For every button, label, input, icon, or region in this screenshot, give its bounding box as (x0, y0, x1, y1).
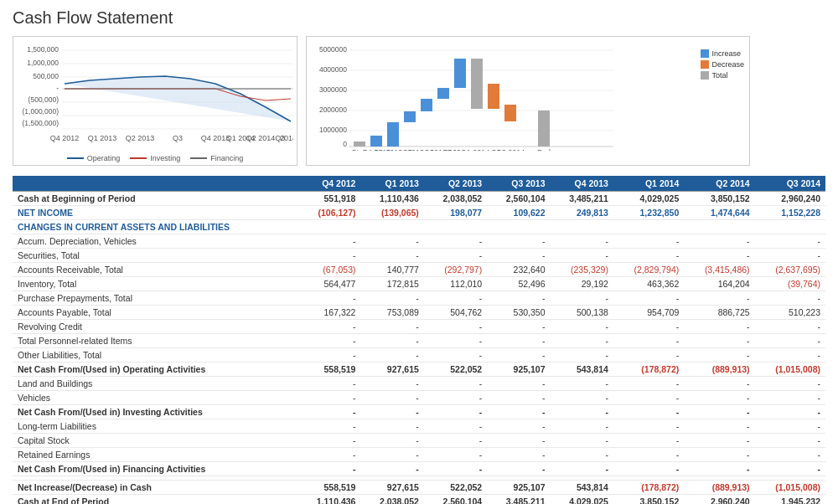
row-value: 29,192 (551, 277, 613, 291)
row-value (684, 220, 754, 234)
row-value: (67,053) (297, 263, 360, 277)
col-header-q12013: Q1 2013 (360, 176, 423, 192)
row-value: 172,815 (360, 277, 423, 291)
row-value: 232,640 (487, 263, 550, 277)
row-value: - (487, 434, 550, 448)
row-value: - (684, 462, 754, 476)
row-value: (178,872) (613, 363, 684, 377)
legend-operating: Operating (67, 154, 121, 162)
row-value: - (613, 391, 684, 405)
row-value: - (684, 391, 754, 405)
row-value: - (487, 348, 550, 363)
svg-text:500,000: 500,000 (33, 72, 59, 80)
col-header-q22013: Q2 2013 (424, 176, 487, 192)
svg-rect-38 (404, 111, 416, 122)
svg-text:4000000: 4000000 (319, 65, 347, 74)
row-value: - (424, 448, 487, 462)
row-value: - (487, 291, 550, 306)
row-value: 927,615 (360, 481, 423, 495)
row-value: - (424, 377, 487, 391)
row-value (360, 220, 423, 234)
row-label: Net Increase/(Decrease) in Cash (13, 481, 297, 495)
row-value: - (755, 249, 825, 263)
col-header-q42013: Q4 2013 (551, 176, 613, 192)
row-value: - (297, 320, 360, 334)
row-value: - (684, 320, 754, 334)
row-value: - (297, 348, 360, 363)
row-value: - (684, 405, 754, 419)
line-chart-legend: Operating Investing Financing (18, 154, 292, 162)
row-label: Retained Earnings (13, 448, 297, 462)
svg-text:2000000: 2000000 (319, 105, 347, 114)
row-value: (178,872) (613, 481, 684, 495)
row-value: - (613, 348, 684, 363)
table-row: Net Cash From/(Used in) Operating Activi… (13, 363, 825, 377)
row-label: Net Cash From/(Used in) Operating Activi… (13, 363, 297, 377)
svg-rect-36 (370, 136, 382, 147)
row-label: Accounts Payable, Total (13, 306, 297, 320)
row-value: (292,797) (424, 263, 487, 277)
line-chart: 1,500,000 1,000,000 500,000 - (500,000) … (13, 36, 297, 166)
legend-investing: Investing (130, 154, 180, 162)
row-value: - (755, 419, 825, 434)
svg-rect-40 (437, 88, 449, 99)
row-label: Total Personnel-related Items (13, 334, 297, 348)
table-row: Accounts Receivable, Total(67,053)140,77… (13, 263, 825, 277)
row-value: - (297, 391, 360, 405)
row-value: - (613, 334, 684, 348)
bar-chart: 5000000 4000000 3000000 2000000 1000000 … (306, 36, 750, 166)
svg-text:5000000: 5000000 (319, 45, 347, 54)
row-value: - (360, 462, 423, 476)
row-value: - (755, 448, 825, 462)
row-value: 249,813 (551, 206, 613, 220)
svg-rect-45 (538, 111, 550, 147)
row-value: - (424, 348, 487, 363)
row-value: - (613, 405, 684, 419)
table-row: Inventory, Total564,477172,815112,01052,… (13, 277, 825, 291)
row-value: 925,107 (487, 363, 550, 377)
table-row: NET INCOME(106,127)(139,065)198,077109,6… (13, 206, 825, 220)
row-value: - (684, 377, 754, 391)
table-body: Cash at Beginning of Period551,9181,110,… (13, 192, 825, 505)
row-value: - (360, 291, 423, 306)
row-value: - (684, 291, 754, 306)
row-value: - (613, 377, 684, 391)
row-value: - (360, 434, 423, 448)
row-value: - (424, 405, 487, 419)
row-value: - (424, 234, 487, 249)
row-value: - (424, 249, 487, 263)
table-row: Cash at Beginning of Period551,9181,110,… (13, 192, 825, 206)
row-value: - (551, 434, 613, 448)
row-value: 558,519 (297, 363, 360, 377)
bar-chart-svg: 5000000 4000000 3000000 2000000 1000000 … (312, 42, 672, 151)
row-value: 2,960,240 (684, 495, 754, 505)
row-value: - (551, 405, 613, 419)
row-value: 510,223 (755, 306, 825, 320)
row-value: - (755, 334, 825, 348)
row-label: Cash at End of Period (13, 495, 297, 505)
row-value: 1,110,436 (297, 495, 360, 505)
row-value: - (297, 462, 360, 476)
row-value: - (487, 462, 550, 476)
svg-text:(500,000): (500,000) (28, 95, 59, 104)
row-value: - (551, 334, 613, 348)
row-value: - (613, 462, 684, 476)
row-value: 167,322 (297, 306, 360, 320)
row-value: (139,065) (360, 206, 423, 220)
col-header-q22014: Q2 2014 (684, 176, 754, 192)
row-value: 3,485,211 (487, 495, 550, 505)
row-value: - (755, 234, 825, 249)
row-value: 164,204 (684, 277, 754, 291)
row-value: 112,010 (424, 277, 487, 291)
row-value: - (551, 391, 613, 405)
row-value: - (424, 320, 487, 334)
row-value: 1,152,228 (755, 206, 825, 220)
table-row: CHANGES IN CURRENT ASSETS AND LIABILITIE… (13, 220, 825, 234)
row-value: - (360, 249, 423, 263)
row-value: 4,029,025 (551, 495, 613, 505)
legend-increase: Increase (701, 49, 744, 58)
row-value: 522,052 (424, 481, 487, 495)
page-title: Cash Flow Statement (13, 8, 825, 28)
svg-text:1,500,000: 1,500,000 (27, 45, 59, 54)
row-label: Long-term Liabilities (13, 419, 297, 434)
